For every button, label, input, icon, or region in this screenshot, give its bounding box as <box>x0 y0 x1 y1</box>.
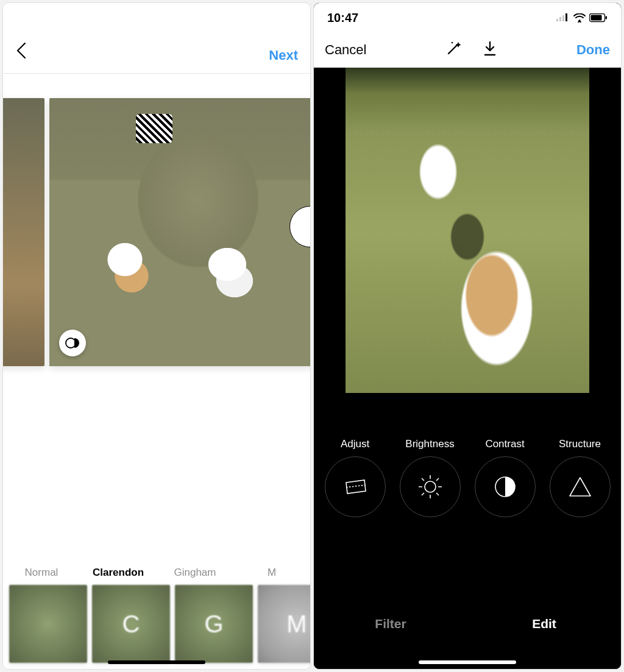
bottom-tabs: Filter Edit <box>314 599 621 669</box>
tool-label: Structure <box>559 438 601 450</box>
svg-rect-4 <box>566 13 567 21</box>
download-icon <box>481 40 498 57</box>
chevron-left-icon <box>15 42 29 59</box>
svg-rect-3 <box>562 15 564 21</box>
photo-decor <box>136 114 172 143</box>
tab-filter[interactable]: Filter <box>314 599 467 648</box>
header-tools <box>445 40 498 60</box>
download-button[interactable] <box>481 40 498 60</box>
adjust-tool[interactable]: Adjust <box>325 438 386 517</box>
filter-strip: Normal Clarendon Gingham M C G M <box>3 567 310 669</box>
photo-decor <box>98 243 165 298</box>
tool-label: Adjust <box>341 438 369 450</box>
svg-point-0 <box>66 338 76 348</box>
carousel-prev-photo[interactable] <box>3 98 44 366</box>
svg-rect-1 <box>556 19 558 21</box>
contrast-icon-circle <box>475 456 536 517</box>
filter-screen: Next Normal Cl <box>2 2 311 670</box>
svg-point-11 <box>425 481 436 492</box>
photo-dogs-couch <box>49 98 310 366</box>
filter-label-clarendon: Clarendon <box>80 567 157 579</box>
battery-icon <box>589 13 608 23</box>
tool-label: Contrast <box>485 438 524 450</box>
cancel-button[interactable]: Cancel <box>325 42 366 58</box>
filter-thumb-gingham[interactable]: G <box>175 585 253 663</box>
wifi-icon <box>573 13 586 23</box>
svg-rect-8 <box>606 16 608 19</box>
magic-wand-icon <box>445 40 462 57</box>
home-indicator[interactable] <box>419 660 516 664</box>
brightness-tool[interactable]: Brightness <box>400 438 461 517</box>
contrast-icon <box>491 473 519 501</box>
filter-indicator-badge[interactable] <box>59 330 86 356</box>
filter-label-more: M <box>233 567 310 579</box>
filter-thumb-normal[interactable] <box>9 585 87 663</box>
svg-rect-2 <box>559 17 561 21</box>
left-header: Next <box>3 3 310 74</box>
magic-wand-button[interactable] <box>445 40 462 60</box>
status-icons <box>556 13 608 23</box>
svg-point-9 <box>451 42 453 44</box>
tool-label: Brightness <box>405 438 454 450</box>
edit-viewport[interactable] <box>314 68 621 427</box>
filter-label-normal: Normal <box>3 567 80 579</box>
structure-icon-circle <box>550 456 611 517</box>
done-button[interactable]: Done <box>576 42 610 58</box>
adjust-icon-circle <box>325 456 386 517</box>
carousel-current-photo[interactable] <box>49 98 310 366</box>
svg-rect-7 <box>591 15 602 20</box>
svg-point-5 <box>578 19 581 22</box>
photo-carousel[interactable] <box>3 98 310 366</box>
filter-label-gingham: Gingham <box>157 567 233 579</box>
tab-edit[interactable]: Edit <box>467 599 621 648</box>
venn-icon <box>65 335 80 351</box>
sun-icon <box>416 473 444 501</box>
filter-thumb-more[interactable]: M <box>258 585 311 663</box>
next-button[interactable]: Next <box>269 48 298 63</box>
right-header: Cancel Done <box>314 32 621 68</box>
edit-tools-row: Adjust Brightness <box>314 427 621 517</box>
cellular-icon <box>556 13 570 22</box>
photo-dogs-grass <box>346 68 589 393</box>
back-button[interactable] <box>15 42 29 63</box>
filter-thumb-clarendon[interactable]: C <box>92 585 170 663</box>
triangle-icon <box>566 473 594 501</box>
status-bar: 10:47 <box>314 3 621 32</box>
home-indicator[interactable] <box>108 660 205 664</box>
filter-thumbs-row[interactable]: C G M <box>3 585 310 663</box>
status-time: 10:47 <box>327 11 358 25</box>
contrast-tool[interactable]: Contrast <box>475 438 536 517</box>
structure-tool[interactable]: Structure <box>550 438 611 517</box>
photo-decor <box>198 248 271 303</box>
photo-preview-area <box>3 74 310 380</box>
brightness-icon-circle <box>400 456 461 517</box>
edit-screen: 10:47 Cancel <box>313 2 622 670</box>
filter-labels-row: Normal Clarendon Gingham M <box>3 567 310 585</box>
adjust-icon <box>341 473 369 501</box>
